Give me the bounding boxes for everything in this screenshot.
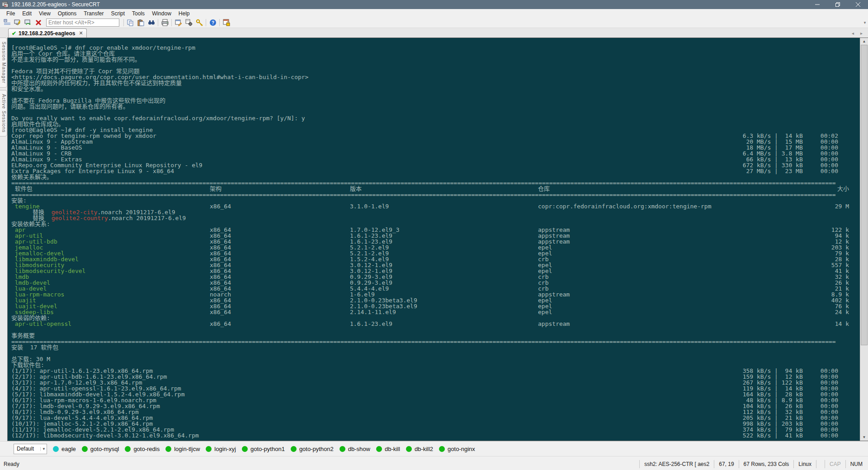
session-status-dot <box>206 446 212 452</box>
menu-transfer[interactable]: Transfer <box>80 10 107 17</box>
copy-icon[interactable] <box>125 18 136 27</box>
restore-button[interactable] <box>827 0 848 9</box>
session-button-label: goto-python1 <box>250 446 285 452</box>
menu-edit[interactable]: Edit <box>19 10 35 17</box>
session-tab-label: 192.168.2.205-eagleos <box>19 30 75 37</box>
terminal-line: aprx86_641.7.0-12.el9_3appstream122 k <box>8 227 860 233</box>
session-options-icon[interactable] <box>184 18 194 27</box>
toolbar-separator <box>219 19 220 26</box>
scroll-up-icon[interactable]: ▲ <box>860 38 868 45</box>
titlebar: 192.168.2.205-eagleos - SecureCRT <box>0 0 868 9</box>
sidebar-tab-active-sessions[interactable]: Active Sessions <box>0 90 7 137</box>
left-dock: Session Manager Active Sessions <box>0 38 7 441</box>
tab-scroll-right-icon[interactable]: ▸ <box>860 31 863 36</box>
session-status-dot <box>53 446 59 452</box>
keys-icon[interactable] <box>194 18 204 27</box>
terminal-line: 问题。当出现问题时，请联系仓库的所有者。 <box>8 103 860 109</box>
terminal-screen[interactable]: [root@EagleOS ~]# dnf copr enable xmdoor… <box>8 38 860 441</box>
menu-help[interactable]: Help <box>175 10 193 17</box>
properties-icon[interactable] <box>173 18 184 27</box>
session-button-label: login-tljcw <box>174 446 200 452</box>
session-status-dot <box>376 446 382 452</box>
terminal-line: libmodsecurityx86_643.0.12-1.el9epel557 … <box>8 262 860 268</box>
terminal-line: 安装 17 软件包 <box>8 344 860 350</box>
session-button-db-kill2[interactable]: db-kill2 <box>406 446 433 452</box>
app-icon <box>2 1 9 8</box>
terminal-line: 总下载: 30 M <box>8 356 860 362</box>
menu-window[interactable]: Window <box>148 10 175 17</box>
toolbar-overflow-button[interactable]: ▾ <box>862 20 868 25</box>
help-icon[interactable]: ? <box>208 18 218 27</box>
session-button-label: db-show <box>348 446 370 452</box>
menu-view[interactable]: View <box>35 10 54 17</box>
status-emulation: Linux <box>793 460 816 468</box>
session-manager-icon[interactable] <box>2 18 12 27</box>
menu-options[interactable]: Options <box>54 10 80 17</box>
session-button-goto-nginx[interactable]: goto-nginx <box>439 446 475 452</box>
terminal-scrollbar[interactable]: ▲ ▼ <box>860 38 868 441</box>
session-status-dot <box>242 446 248 452</box>
terminal-line: AlmaLinux 9 - BaseOS 18 MB/s | 17 MB 00:… <box>8 145 860 150</box>
disconnect-icon[interactable] <box>33 18 43 27</box>
session-button-goto-redis[interactable]: goto-redis <box>125 446 160 452</box>
toolbar-separator <box>206 19 206 26</box>
status-spacer <box>816 460 825 468</box>
terminal-line: AlmaLinux 9 - CRB6.4 MB/s | 3.8 MB 00:00 <box>8 150 860 156</box>
find-icon[interactable] <box>146 18 156 27</box>
terminal-line: ========================================… <box>8 192 860 197</box>
session-button-label: db-kill <box>385 446 400 452</box>
terminal-line: apr-util-opensslx86_641.6.1-23.el9appstr… <box>8 321 860 327</box>
sidebar-tab-session-manager[interactable]: Session Manager <box>0 38 7 88</box>
session-button-login-tljcw[interactable]: login-tljcw <box>165 446 200 452</box>
session-button-goto-python2[interactable]: goto-python2 <box>291 446 334 452</box>
minimize-button[interactable] <box>807 0 827 9</box>
reconnect-icon[interactable] <box>23 18 33 27</box>
session-button-goto-mysql[interactable]: goto-mysql <box>82 446 119 452</box>
terminal-line: 和安全水准。 <box>8 86 860 92</box>
tab-scroll-nav: ◂ ▸ <box>852 31 868 38</box>
paste-icon[interactable] <box>136 18 146 27</box>
session-status-dot <box>439 446 445 452</box>
terminal-line: Copr repo for tengine-rpm owned by xmdoo… <box>8 133 860 139</box>
session-button-label: db-kill2 <box>415 446 433 452</box>
session-button-eagle[interactable]: eagle <box>53 446 76 452</box>
session-button-label: login-xyj <box>214 446 236 452</box>
session-button-label: goto-mysql <box>90 446 119 452</box>
session-status-dot <box>82 446 88 452</box>
terminal-line: Do you really want to enable copr.fedora… <box>8 115 860 121</box>
status-cursor-position: 67, 19 <box>714 460 738 468</box>
terminal-line: (12/17): libmodsecurity-devel-3.0.12-1.e… <box>8 432 860 438</box>
session-button-label: goto-nginx <box>448 446 475 452</box>
print-icon[interactable] <box>160 18 170 27</box>
terminal-line: libmaxminddb-develx86_641.5.2-4.el9crb28… <box>8 256 860 262</box>
scroll-down-icon[interactable]: ▼ <box>860 434 868 441</box>
status-num-lock: NUM <box>845 460 867 468</box>
button-bar-select[interactable]: Default ▼ <box>14 444 47 454</box>
menu-tools[interactable]: Tools <box>128 10 148 17</box>
toolbar: ? ▾ <box>0 18 868 28</box>
session-button-db-show[interactable]: db-show <box>340 446 370 452</box>
quick-connect-icon[interactable] <box>12 18 23 27</box>
menu-file[interactable]: File <box>3 10 19 17</box>
secure-window-icon[interactable] <box>221 18 231 27</box>
statusbar: Ready ssh2: AES-256-CTR [ aes267, 1967 R… <box>0 456 868 470</box>
close-button[interactable] <box>848 0 868 9</box>
host-input[interactable] <box>46 19 119 27</box>
status-ready: Ready <box>4 461 19 467</box>
terminal-line: apr-utilx86_641.6.1-23.el9appstream94 k <box>8 233 860 239</box>
terminal-wrap: [root@EagleOS ~]# dnf copr enable xmdoor… <box>7 38 868 441</box>
tab-close-icon[interactable]: ✕ <box>79 30 83 36</box>
terminal-line: libmodsecurity-develx86_643.0.12-1.el9ep… <box>8 268 860 274</box>
terminal-line: [root@EagleOS ~]# dnf copr enable xmdoor… <box>8 45 860 51</box>
tab-scroll-left-icon[interactable]: ◂ <box>852 31 854 36</box>
terminal-line <box>8 350 860 356</box>
scrollbar-thumb[interactable] <box>861 45 868 345</box>
session-tab[interactable]: ✔ 192.168.2.205-eagleos ✕ <box>8 28 87 38</box>
terminal-line: lmdbx86_640.9.29-3.el9crb32 k <box>8 274 860 280</box>
menu-script[interactable]: Script <box>107 10 128 17</box>
terminal-line: 安装依赖关系: <box>8 221 860 227</box>
session-button-login-xyj[interactable]: login-xyj <box>206 446 236 452</box>
session-button-db-kill[interactable]: db-kill <box>376 446 400 452</box>
session-button-label: goto-redis <box>133 446 160 452</box>
session-button-goto-python1[interactable]: goto-python1 <box>242 446 285 452</box>
